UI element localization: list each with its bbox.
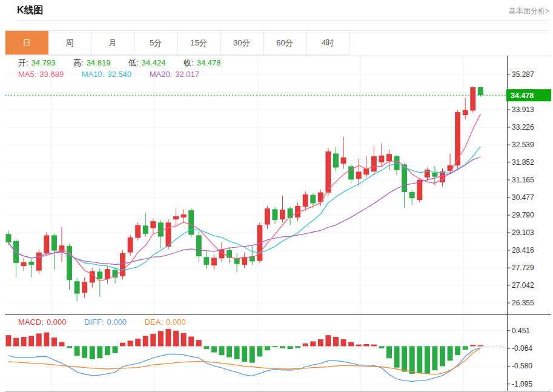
candles-layer (6, 87, 483, 301)
svg-text:31.852: 31.852 (512, 158, 534, 167)
ma10-value: 32.540 (107, 70, 131, 79)
fundamental-analysis-link[interactable]: 基本面分析> (509, 6, 549, 16)
high-readout: 高:34.819 (73, 58, 110, 68)
ma-info-row: MA5:33.689 MA10:32.540 MA20:32.017 (18, 70, 215, 79)
high-value: 34.819 (87, 58, 111, 67)
ma5-value: 33.689 (39, 70, 64, 79)
svg-text:26.355: 26.355 (512, 299, 534, 307)
svg-text:33.913: 33.913 (512, 105, 534, 114)
ma20-readout: MA20:32.017 (150, 70, 199, 79)
svg-text:30.477: 30.477 (512, 193, 534, 202)
tab-4hour[interactable]: 4时 (306, 31, 349, 55)
svg-text:-0.064: -0.064 (512, 344, 532, 353)
tab-15min[interactable]: 15分 (177, 31, 220, 55)
tab-30min[interactable]: 30分 (220, 31, 263, 55)
svg-text:32.539: 32.539 (512, 141, 534, 149)
grid-layer (5, 56, 507, 391)
ohlc-info-row: 开:34.793 高:34.819 低:34.424 收:34.478 (18, 58, 236, 68)
macd-info-row: MACD:0.000 DIFF:0.000 DEA:0.000 (18, 317, 202, 327)
low-readout: 低:34.424 (128, 58, 165, 68)
svg-text:27.042: 27.042 (512, 281, 534, 290)
macd-layer (6, 329, 483, 381)
svg-text:0.451: 0.451 (512, 327, 530, 335)
dea-readout: DEA:0.000 (145, 317, 186, 327)
svg-text:28.416: 28.416 (512, 246, 534, 254)
svg-text:31.165: 31.165 (512, 176, 534, 184)
open-readout: 开:34.793 (18, 58, 55, 68)
diff-value: 0.000 (107, 317, 127, 327)
svg-text:35.287: 35.287 (512, 70, 534, 79)
svg-text:27.729: 27.729 (512, 264, 534, 272)
tab-day[interactable]: 日 (5, 31, 48, 55)
dea-value: 0.000 (166, 317, 186, 327)
close-readout: 收:34.478 (184, 58, 220, 68)
svg-text:34.478: 34.478 (511, 91, 534, 100)
diff-readout: DIFF:0.000 (84, 317, 127, 327)
tab-60min[interactable]: 60分 (263, 31, 306, 55)
close-value: 34.478 (197, 58, 221, 67)
tab-week[interactable]: 周 (48, 31, 91, 55)
ma20-value: 32.017 (175, 70, 199, 79)
svg-text:29.790: 29.790 (512, 211, 534, 219)
ma10-readout: MA10:32.540 (82, 70, 131, 79)
current-price-badge: 34.478 (506, 89, 551, 101)
svg-text:33.226: 33.226 (512, 123, 534, 131)
page-title: K线图 (17, 4, 44, 17)
header-divider (17, 20, 549, 21)
svg-text:-1.095: -1.095 (512, 380, 532, 388)
low-value: 34.424 (142, 58, 166, 67)
svg-text:29.103: 29.103 (512, 228, 534, 237)
timeframe-tabs: 日 周 月 5分 15分 30分 60分 4时 (5, 30, 349, 55)
open-value: 34.793 (31, 58, 56, 67)
svg-text:-0.580: -0.580 (512, 362, 532, 370)
ma5-readout: MA5:33.689 (18, 70, 64, 79)
tab-5min[interactable]: 5分 (134, 31, 177, 55)
macd-readout: MACD:0.000 (18, 317, 66, 327)
macd-value: 0.000 (47, 317, 67, 327)
axis-layer: 35.28734.60033.91333.22632.53931.85231.1… (5, 56, 551, 391)
tabs-extension-line (350, 30, 549, 31)
tab-month[interactable]: 月 (91, 31, 134, 55)
